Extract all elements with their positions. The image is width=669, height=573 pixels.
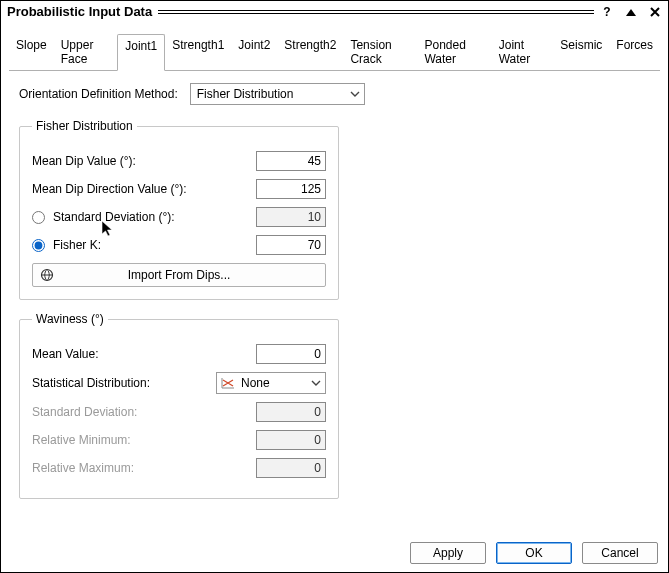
waviness-dist-label: Statistical Distribution: <box>32 376 150 390</box>
chevron-down-icon <box>307 380 325 386</box>
apply-label: Apply <box>433 546 463 560</box>
tab-upper-face[interactable]: Upper Face <box>54 34 118 71</box>
waviness-relmin-row: Relative Minimum: <box>32 430 326 450</box>
orientation-method-value: Fisher Distribution <box>191 87 346 101</box>
fisher-distribution-group: Fisher Distribution Mean Dip Value (°): … <box>19 119 339 300</box>
maximize-icon[interactable] <box>624 5 638 19</box>
waviness-mean-row: Mean Value: <box>32 344 326 364</box>
help-icon[interactable]: ? <box>600 5 614 19</box>
mean-dip-input[interactable] <box>256 151 326 171</box>
waviness-relmax-row: Relative Maximum: <box>32 458 326 478</box>
tab-slope[interactable]: Slope <box>9 34 54 71</box>
ok-label: OK <box>525 546 542 560</box>
tab-joint1[interactable]: Joint1 <box>117 34 165 71</box>
waviness-legend: Waviness (°) <box>32 312 108 326</box>
dialog-title: Probabilistic Input Data <box>7 4 152 19</box>
orientation-method-label: Orientation Definition Method: <box>19 87 178 101</box>
chevron-down-icon <box>346 91 364 97</box>
tab-forces[interactable]: Forces <box>609 34 660 71</box>
tab-joint-water[interactable]: Joint Water <box>492 34 554 71</box>
tab-tension-crack[interactable]: Tension Crack <box>343 34 417 71</box>
waviness-std-label: Standard Deviation: <box>32 405 137 419</box>
waviness-mean-input[interactable] <box>256 344 326 364</box>
waviness-relmin-label: Relative Minimum: <box>32 433 131 447</box>
globe-icon <box>33 268 61 282</box>
tab-ponded-water[interactable]: Ponded Water <box>417 34 491 71</box>
std-dev-input <box>256 207 326 227</box>
import-from-dips-button[interactable]: Import From Dips... <box>32 263 326 287</box>
none-distribution-icon <box>217 377 235 389</box>
waviness-relmin-input <box>256 430 326 450</box>
std-dev-label: Standard Deviation (°): <box>53 210 175 224</box>
waviness-dist-dropdown[interactable]: None <box>216 372 326 394</box>
tab-seismic[interactable]: Seismic <box>553 34 609 71</box>
mean-dip-dir-row: Mean Dip Direction Value (°): <box>32 179 326 199</box>
mean-dip-label: Mean Dip Value (°): <box>32 154 136 168</box>
fisher-k-input[interactable] <box>256 235 326 255</box>
close-icon[interactable] <box>648 5 662 19</box>
std-dev-radio[interactable] <box>32 211 45 224</box>
waviness-relmax-input <box>256 458 326 478</box>
title-controls: ? <box>600 5 662 19</box>
orientation-method-row: Orientation Definition Method: Fisher Di… <box>19 83 658 105</box>
title-bar: Probabilistic Input Data ? <box>1 1 668 19</box>
waviness-dist-row: Statistical Distribution: None <box>32 372 326 394</box>
tab-strength2[interactable]: Strength2 <box>277 34 343 71</box>
dialog-footer: Apply OK Cancel <box>410 542 658 564</box>
tab-content: Orientation Definition Method: Fisher Di… <box>1 71 668 499</box>
ok-button[interactable]: OK <box>496 542 572 564</box>
fisher-legend: Fisher Distribution <box>32 119 137 133</box>
fisher-k-label: Fisher K: <box>53 238 101 252</box>
cancel-button[interactable]: Cancel <box>582 542 658 564</box>
dialog-window: Probabilistic Input Data ? SlopeUpper Fa… <box>0 0 669 573</box>
waviness-dist-value: None <box>235 376 307 390</box>
tab-strength1[interactable]: Strength1 <box>165 34 231 71</box>
mean-dip-row: Mean Dip Value (°): <box>32 151 326 171</box>
tab-joint2[interactable]: Joint2 <box>231 34 277 71</box>
waviness-std-input <box>256 402 326 422</box>
fisher-k-radio[interactable] <box>32 239 45 252</box>
apply-button[interactable]: Apply <box>410 542 486 564</box>
waviness-std-row: Standard Deviation: <box>32 402 326 422</box>
waviness-group: Waviness (°) Mean Value: Statistical Dis… <box>19 312 339 499</box>
std-dev-row: Standard Deviation (°): <box>32 207 326 227</box>
waviness-mean-label: Mean Value: <box>32 347 99 361</box>
cancel-label: Cancel <box>601 546 638 560</box>
orientation-method-dropdown[interactable]: Fisher Distribution <box>190 83 365 105</box>
mean-dip-dir-label: Mean Dip Direction Value (°): <box>32 182 187 196</box>
tab-strip: SlopeUpper FaceJoint1Strength1Joint2Stre… <box>9 33 660 71</box>
import-button-label: Import From Dips... <box>61 268 325 282</box>
waviness-relmax-label: Relative Maximum: <box>32 461 134 475</box>
title-rule <box>158 7 594 17</box>
mean-dip-dir-input[interactable] <box>256 179 326 199</box>
fisher-k-row: Fisher K: <box>32 235 326 255</box>
